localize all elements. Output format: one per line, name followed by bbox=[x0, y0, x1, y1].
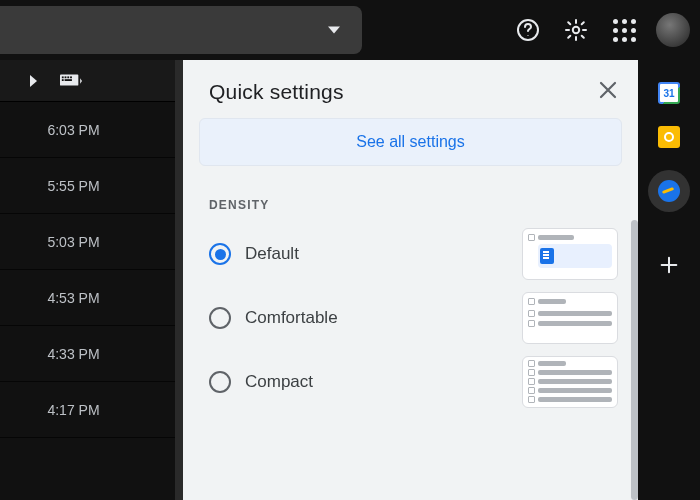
tasks-app-icon bbox=[658, 180, 680, 202]
right-sidebar bbox=[638, 60, 700, 500]
svg-rect-7 bbox=[70, 76, 72, 78]
header-actions bbox=[506, 8, 700, 52]
calendar-app-icon[interactable] bbox=[658, 82, 680, 104]
timestamp: 5:55 PM bbox=[47, 178, 99, 194]
add-sidebar-app-button[interactable] bbox=[658, 254, 680, 280]
density-label: Comfortable bbox=[245, 308, 508, 328]
svg-rect-6 bbox=[67, 76, 69, 78]
list-item[interactable]: 4:33 PM bbox=[0, 326, 175, 382]
radio-unselected[interactable] bbox=[209, 307, 231, 329]
timestamp: 4:33 PM bbox=[47, 346, 99, 362]
message-list-column: 6:03 PM 5:55 PM 5:03 PM 4:53 PM 4:33 PM … bbox=[0, 60, 175, 500]
scrollbar[interactable] bbox=[631, 220, 638, 500]
gear-icon bbox=[564, 18, 588, 42]
search-filter-dropdown[interactable] bbox=[0, 6, 362, 54]
help-icon bbox=[516, 18, 540, 42]
divider bbox=[175, 60, 183, 500]
list-item[interactable]: 5:55 PM bbox=[0, 158, 175, 214]
svg-rect-8 bbox=[62, 79, 64, 81]
app-header bbox=[0, 0, 700, 60]
timestamp: 4:53 PM bbox=[47, 290, 99, 306]
timestamp: 4:17 PM bbox=[47, 402, 99, 418]
help-button[interactable] bbox=[506, 8, 550, 52]
list-item[interactable]: 4:17 PM bbox=[0, 382, 175, 438]
density-preview-comfortable bbox=[522, 292, 618, 344]
close-icon bbox=[598, 80, 618, 100]
svg-rect-5 bbox=[65, 76, 67, 78]
svg-rect-9 bbox=[65, 79, 72, 81]
apps-grid-icon bbox=[613, 19, 636, 42]
density-option-comfortable[interactable]: Comfortable bbox=[183, 286, 638, 350]
list-item[interactable]: 5:03 PM bbox=[0, 214, 175, 270]
density-label: Compact bbox=[245, 372, 508, 392]
chevron-right-icon[interactable] bbox=[28, 75, 40, 87]
plus-icon bbox=[658, 254, 680, 276]
svg-rect-4 bbox=[62, 76, 64, 78]
timestamp: 5:03 PM bbox=[47, 234, 99, 250]
density-preview-default bbox=[522, 228, 618, 280]
see-all-settings-button[interactable]: See all settings bbox=[199, 118, 622, 166]
list-item[interactable]: 6:03 PM bbox=[0, 102, 175, 158]
quick-settings-panel: Quick settings See all settings DENSITY … bbox=[183, 60, 638, 500]
svg-point-1 bbox=[527, 35, 528, 36]
radio-selected[interactable] bbox=[209, 243, 231, 265]
settings-button[interactable] bbox=[554, 8, 598, 52]
close-button[interactable] bbox=[598, 80, 618, 104]
density-section-label: DENSITY bbox=[183, 174, 638, 222]
caret-down-icon bbox=[328, 24, 340, 36]
list-item[interactable]: 4:53 PM bbox=[0, 270, 175, 326]
density-option-default[interactable]: Default bbox=[183, 222, 638, 286]
account-avatar[interactable] bbox=[656, 13, 690, 47]
panel-title: Quick settings bbox=[209, 80, 344, 104]
radio-unselected[interactable] bbox=[209, 371, 231, 393]
apps-launcher-button[interactable] bbox=[602, 8, 646, 52]
svg-point-2 bbox=[573, 27, 579, 33]
list-toolbar bbox=[0, 60, 175, 102]
time-list: 6:03 PM 5:55 PM 5:03 PM 4:53 PM 4:33 PM … bbox=[0, 102, 175, 438]
timestamp: 6:03 PM bbox=[47, 122, 99, 138]
keep-app-icon[interactable] bbox=[658, 126, 680, 148]
input-tools-icon[interactable] bbox=[60, 74, 82, 88]
density-label: Default bbox=[245, 244, 508, 264]
tasks-app-button-active[interactable] bbox=[648, 170, 690, 212]
density-option-compact[interactable]: Compact bbox=[183, 350, 638, 414]
density-preview-compact bbox=[522, 356, 618, 408]
